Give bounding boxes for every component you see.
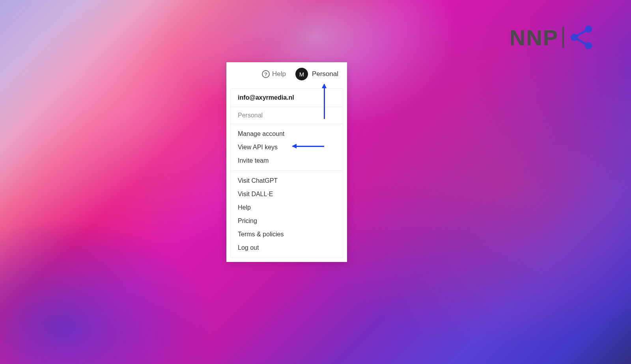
account-menu-panel: ? Help M Personal info@axyrmedia.nl Pers… (226, 62, 347, 262)
watermark-separator (562, 27, 564, 48)
help-label: Help (272, 70, 286, 78)
account-dropdown: info@axyrmedia.nl Personal Manage accoun… (230, 88, 343, 258)
workspace-label: Personal (231, 107, 343, 124)
share-icon (568, 24, 596, 51)
invite-team-item[interactable]: Invite team (231, 154, 343, 167)
help-icon: ? (262, 70, 270, 78)
topbar: ? Help M Personal (226, 62, 347, 88)
visit-dalle-item[interactable]: Visit DALL·E (231, 188, 343, 201)
workspace-section: Personal (231, 107, 343, 124)
log-out-item[interactable]: Log out (231, 241, 343, 254)
annotation-arrow-personal (324, 84, 325, 119)
svg-point-4 (585, 42, 592, 49)
svg-point-3 (585, 26, 592, 33)
help-item[interactable]: Help (231, 201, 343, 214)
manage-account-item[interactable]: Manage account (231, 127, 343, 141)
help-button[interactable]: ? Help (262, 70, 286, 78)
avatar[interactable]: M (295, 68, 308, 80)
watermark-text: NNP (510, 25, 558, 50)
workspace-label-top[interactable]: Personal (312, 70, 338, 78)
view-api-keys-item[interactable]: View API keys (231, 141, 343, 154)
account-email: info@axyrmedia.nl (231, 89, 343, 107)
account-actions: Manage account View API keys Invite team (231, 124, 343, 171)
pricing-item[interactable]: Pricing (231, 214, 343, 228)
annotation-arrow-api-keys (293, 146, 324, 147)
dropdown-header: info@axyrmedia.nl (231, 89, 343, 107)
avatar-initial: M (299, 71, 304, 78)
terms-policies-item[interactable]: Terms & policies (231, 228, 343, 241)
svg-point-2 (571, 34, 578, 41)
links-section: Visit ChatGPT Visit DALL·E Help Pricing … (231, 171, 343, 258)
visit-chatgpt-item[interactable]: Visit ChatGPT (231, 174, 343, 188)
watermark: NNP (510, 24, 596, 51)
